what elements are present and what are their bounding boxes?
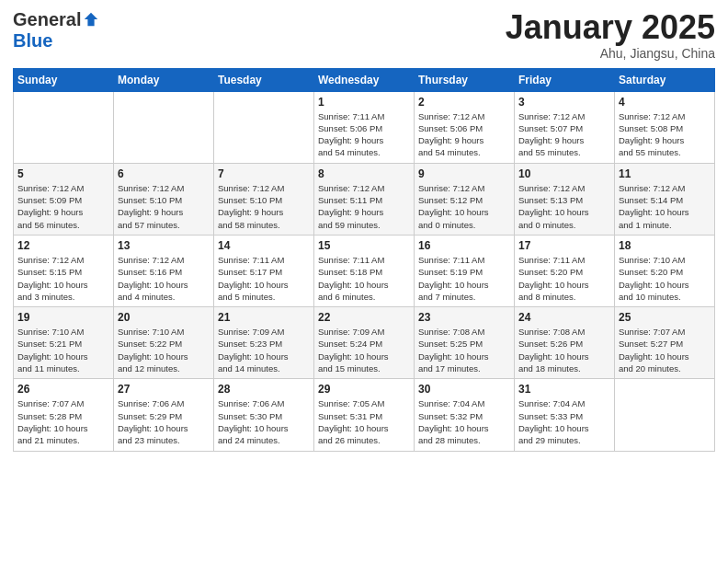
calendar-day-cell: 30Sunrise: 7:04 AMSunset: 5:32 PMDayligh… <box>415 379 515 451</box>
weekday-header: Saturday <box>615 68 715 91</box>
day-number: 8 <box>318 167 410 180</box>
day-number: 25 <box>619 311 711 324</box>
calendar-day-cell: 7Sunrise: 7:12 AMSunset: 5:10 PMDaylight… <box>214 163 314 235</box>
calendar-day-cell <box>14 91 114 163</box>
calendar-day-cell <box>615 379 715 451</box>
title-area: January 2025 Ahu, Jiangsu, China <box>506 9 715 61</box>
calendar-day-cell: 16Sunrise: 7:11 AMSunset: 5:19 PMDayligh… <box>415 235 515 306</box>
day-number: 2 <box>418 96 510 109</box>
calendar-day-cell: 9Sunrise: 7:12 AMSunset: 5:12 PMDaylight… <box>415 163 515 235</box>
day-info: Sunrise: 7:11 AMSunset: 5:18 PMDaylight:… <box>318 254 410 303</box>
day-info: Sunrise: 7:11 AMSunset: 5:20 PMDaylight:… <box>518 254 610 303</box>
calendar-day-cell: 22Sunrise: 7:09 AMSunset: 5:24 PMDayligh… <box>314 307 415 379</box>
logo: General Blue <box>13 9 99 52</box>
day-info: Sunrise: 7:12 AMSunset: 5:14 PMDaylight:… <box>619 182 711 231</box>
logo-general-text: General <box>13 9 81 30</box>
svg-marker-0 <box>85 12 97 25</box>
day-number: 18 <box>619 239 711 252</box>
day-info: Sunrise: 7:11 AMSunset: 5:19 PMDaylight:… <box>418 254 510 303</box>
day-number: 9 <box>418 167 510 180</box>
day-number: 17 <box>518 239 610 252</box>
day-number: 4 <box>619 96 711 109</box>
calendar-day-cell <box>114 91 214 163</box>
day-number: 5 <box>17 167 109 180</box>
day-number: 12 <box>17 239 109 252</box>
day-number: 21 <box>218 311 310 324</box>
day-info: Sunrise: 7:11 AMSunset: 5:17 PMDaylight:… <box>218 254 310 303</box>
day-info: Sunrise: 7:11 AMSunset: 5:06 PMDaylight:… <box>318 110 410 159</box>
day-info: Sunrise: 7:12 AMSunset: 5:10 PMDaylight:… <box>218 182 310 231</box>
day-info: Sunrise: 7:12 AMSunset: 5:06 PMDaylight:… <box>418 110 510 159</box>
day-number: 20 <box>118 311 210 324</box>
calendar-day-cell: 8Sunrise: 7:12 AMSunset: 5:11 PMDaylight… <box>314 163 415 235</box>
day-number: 28 <box>218 383 310 396</box>
calendar-day-cell: 1Sunrise: 7:11 AMSunset: 5:06 PMDaylight… <box>314 91 415 163</box>
calendar-day-cell: 31Sunrise: 7:04 AMSunset: 5:33 PMDayligh… <box>515 379 615 451</box>
day-info: Sunrise: 7:05 AMSunset: 5:31 PMDaylight:… <box>318 397 410 446</box>
day-info: Sunrise: 7:12 AMSunset: 5:08 PMDaylight:… <box>619 110 711 159</box>
day-number: 15 <box>318 239 410 252</box>
day-info: Sunrise: 7:12 AMSunset: 5:12 PMDaylight:… <box>418 182 510 231</box>
day-number: 30 <box>418 383 510 396</box>
day-number: 24 <box>518 311 610 324</box>
calendar-day-cell: 4Sunrise: 7:12 AMSunset: 5:08 PMDaylight… <box>615 91 715 163</box>
calendar-table: SundayMondayTuesdayWednesdayThursdayFrid… <box>13 68 715 452</box>
day-info: Sunrise: 7:06 AMSunset: 5:29 PMDaylight:… <box>118 397 210 446</box>
day-number: 29 <box>318 383 410 396</box>
logo-blue-text: Blue <box>13 30 52 52</box>
day-info: Sunrise: 7:12 AMSunset: 5:10 PMDaylight:… <box>118 182 210 231</box>
day-number: 31 <box>518 383 610 396</box>
calendar-day-cell <box>214 91 314 163</box>
weekday-header: Friday <box>515 68 615 91</box>
calendar-day-cell: 14Sunrise: 7:11 AMSunset: 5:17 PMDayligh… <box>214 235 314 306</box>
weekday-header: Tuesday <box>214 68 314 91</box>
day-info: Sunrise: 7:04 AMSunset: 5:33 PMDaylight:… <box>518 397 610 446</box>
calendar-week-row: 5Sunrise: 7:12 AMSunset: 5:09 PMDaylight… <box>14 163 715 235</box>
weekday-header: Wednesday <box>314 68 415 91</box>
calendar-day-cell: 18Sunrise: 7:10 AMSunset: 5:20 PMDayligh… <box>615 235 715 306</box>
weekday-header-row: SundayMondayTuesdayWednesdayThursdayFrid… <box>14 68 715 91</box>
calendar-day-cell: 25Sunrise: 7:07 AMSunset: 5:27 PMDayligh… <box>615 307 715 379</box>
day-number: 11 <box>619 167 711 180</box>
day-number: 23 <box>418 311 510 324</box>
day-number: 22 <box>318 311 410 324</box>
day-number: 19 <box>17 311 109 324</box>
day-info: Sunrise: 7:09 AMSunset: 5:24 PMDaylight:… <box>318 326 410 374</box>
day-info: Sunrise: 7:12 AMSunset: 5:09 PMDaylight:… <box>17 182 109 231</box>
day-number: 26 <box>17 383 109 396</box>
calendar-day-cell: 10Sunrise: 7:12 AMSunset: 5:13 PMDayligh… <box>515 163 615 235</box>
calendar-day-cell: 13Sunrise: 7:12 AMSunset: 5:16 PMDayligh… <box>114 235 214 306</box>
day-info: Sunrise: 7:08 AMSunset: 5:25 PMDaylight:… <box>418 326 510 374</box>
header: General Blue January 2025 Ahu, Jiangsu, … <box>13 9 715 61</box>
day-number: 16 <box>418 239 510 252</box>
calendar-day-cell: 28Sunrise: 7:06 AMSunset: 5:30 PMDayligh… <box>214 379 314 451</box>
weekday-header: Sunday <box>14 68 114 91</box>
day-number: 1 <box>318 96 410 109</box>
calendar-day-cell: 12Sunrise: 7:12 AMSunset: 5:15 PMDayligh… <box>14 235 114 306</box>
day-info: Sunrise: 7:04 AMSunset: 5:32 PMDaylight:… <box>418 397 510 446</box>
day-info: Sunrise: 7:07 AMSunset: 5:28 PMDaylight:… <box>17 397 109 446</box>
calendar-week-row: 26Sunrise: 7:07 AMSunset: 5:28 PMDayligh… <box>14 379 715 451</box>
day-info: Sunrise: 7:12 AMSunset: 5:13 PMDaylight:… <box>518 182 610 231</box>
calendar-day-cell: 3Sunrise: 7:12 AMSunset: 5:07 PMDaylight… <box>515 91 615 163</box>
day-number: 10 <box>518 167 610 180</box>
calendar-day-cell: 5Sunrise: 7:12 AMSunset: 5:09 PMDaylight… <box>14 163 114 235</box>
day-info: Sunrise: 7:10 AMSunset: 5:20 PMDaylight:… <box>619 254 711 303</box>
calendar-day-cell: 26Sunrise: 7:07 AMSunset: 5:28 PMDayligh… <box>14 379 114 451</box>
day-number: 13 <box>118 239 210 252</box>
day-info: Sunrise: 7:12 AMSunset: 5:16 PMDaylight:… <box>118 254 210 303</box>
calendar-day-cell: 21Sunrise: 7:09 AMSunset: 5:23 PMDayligh… <box>214 307 314 379</box>
weekday-header: Monday <box>114 68 214 91</box>
calendar-day-cell: 29Sunrise: 7:05 AMSunset: 5:31 PMDayligh… <box>314 379 415 451</box>
day-info: Sunrise: 7:12 AMSunset: 5:11 PMDaylight:… <box>318 182 410 231</box>
calendar-day-cell: 15Sunrise: 7:11 AMSunset: 5:18 PMDayligh… <box>314 235 415 306</box>
day-info: Sunrise: 7:08 AMSunset: 5:26 PMDaylight:… <box>518 326 610 374</box>
calendar-day-cell: 19Sunrise: 7:10 AMSunset: 5:21 PMDayligh… <box>14 307 114 379</box>
day-number: 6 <box>118 167 210 180</box>
page: General Blue January 2025 Ahu, Jiangsu, … <box>0 0 728 465</box>
calendar-week-row: 12Sunrise: 7:12 AMSunset: 5:15 PMDayligh… <box>14 235 715 306</box>
calendar-day-cell: 17Sunrise: 7:11 AMSunset: 5:20 PMDayligh… <box>515 235 615 306</box>
calendar-week-row: 1Sunrise: 7:11 AMSunset: 5:06 PMDaylight… <box>14 91 715 163</box>
calendar-week-row: 19Sunrise: 7:10 AMSunset: 5:21 PMDayligh… <box>14 307 715 379</box>
logo-icon <box>83 11 99 28</box>
